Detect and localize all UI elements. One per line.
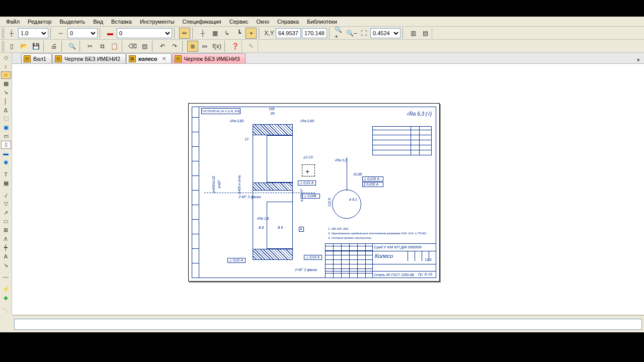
hatch-icon[interactable]: ▦ [1, 80, 11, 87]
detail-circle [332, 190, 361, 219]
localcs-icon[interactable]: ↳ [221, 28, 232, 39]
chamfer-note: 2·45° 2 фаски [238, 195, 261, 199]
insert-icon[interactable]: ◉ [1, 158, 11, 166]
menu-window[interactable]: Окно [252, 18, 273, 26]
arrow-icon[interactable]: ↘ [1, 261, 11, 269]
menu-editor[interactable]: Редактор [24, 18, 55, 26]
gost-label: ГОСТ9150-81 (H 1:1) Б_Р(Б) [201, 108, 240, 114]
command-bar [12, 315, 644, 332]
menu-spec[interactable]: Спецификация [179, 18, 225, 26]
open-button[interactable]: 📂 [18, 41, 29, 52]
tab-val1[interactable]: ▤Вал1 [21, 53, 52, 63]
redo-button[interactable]: ↷ [169, 41, 180, 52]
drawing-canvas[interactable]: ГОСТ9150-81 (H 1:1) Б_Р(Б) √Ra 6,3 (√) 1… [12, 64, 644, 314]
weld-icon[interactable]: ⩚ [1, 235, 11, 243]
tabs-dropdown-icon[interactable]: ▾ [635, 57, 642, 63]
close-icon[interactable]: ✕ [162, 56, 166, 61]
dim-12: 12 [245, 137, 249, 141]
dimensions-icon[interactable]: ↕ [1, 62, 11, 70]
geometry-icon[interactable]: ◇ [1, 54, 11, 61]
centerline-icon[interactable]: ┿ [1, 244, 11, 251]
paste-button[interactable]: 📋 [109, 41, 120, 52]
grid-icon[interactable]: ▦ [209, 28, 220, 39]
copy-button[interactable]: ⧉ [97, 41, 108, 52]
vertical-toolbar: ◇ ↕ ≋ ▦ ↘ │ Δ ⬚ ▣ ▭ ▯ ▬ ◉ T ▦ √ ▽ ↗ ⬭ ⊞ … [0, 53, 12, 314]
ortho-icon[interactable]: ┼ [197, 28, 208, 39]
tol-0008: ⊥ 0,008 [303, 194, 316, 198]
preview-button[interactable]: 🔍 [66, 41, 77, 52]
menu-insert[interactable]: Вставка [107, 18, 136, 26]
datum-icon[interactable]: ▽ [1, 200, 11, 208]
param-icon[interactable]: │ [1, 98, 11, 105]
measure-icon[interactable]: Δ [1, 106, 11, 114]
hatch-top [253, 124, 293, 135]
tab-koleso[interactable]: ▤колесо✕ [126, 53, 171, 63]
coord-x-field[interactable] [276, 28, 301, 38]
current-style-icon[interactable]: ↔ [55, 28, 66, 39]
tab-unnamed2[interactable]: ▤Чертеж БЕЗ ИМЕНИ2 [52, 53, 126, 63]
table-icon[interactable]: ▦ [1, 179, 11, 187]
edit-icon[interactable]: ↘ [1, 88, 11, 96]
leader-icon[interactable]: ↗ [1, 209, 11, 217]
section-icon[interactable]: Α [1, 252, 11, 260]
text-icon[interactable]: T [1, 170, 11, 178]
menu-service[interactable]: Сервис [225, 18, 253, 26]
toolbar-grip[interactable] [2, 28, 5, 39]
tab-unnamed3[interactable]: ▤Чертеж БЕЗ ИМЕНИ3 [172, 53, 246, 63]
layers-button[interactable]: ≣ [187, 41, 198, 52]
select-icon[interactable]: ⬚ [1, 115, 11, 122]
roughness-icon[interactable]: √ [1, 192, 11, 199]
autoaxis-icon[interactable]: ⚡ [1, 286, 11, 293]
layer-icon[interactable]: ▬ [105, 28, 116, 39]
context-help-button[interactable]: ❓ [229, 41, 240, 52]
menu-help[interactable]: Справка [273, 18, 303, 26]
step-icon[interactable]: ┼ [6, 28, 17, 39]
views-icon[interactable]: ▬ [1, 150, 11, 157]
menu-file[interactable]: Файл [2, 18, 24, 26]
reports-icon[interactable]: ▭ [1, 132, 11, 140]
zoom-in-icon[interactable]: 🔍+ [334, 28, 345, 39]
fx-button[interactable]: f(x) [211, 41, 222, 52]
annotations-icon[interactable]: ≋ [1, 71, 11, 79]
linestyle-select[interactable]: 0 [67, 28, 98, 38]
step-select[interactable]: 1.0 [18, 28, 48, 38]
menu-libraries[interactable]: Библиотеки [303, 18, 341, 26]
titleblock-partname: Колесо [375, 253, 393, 259]
tol-bottom-001: ⊥ 0,01 А [229, 258, 243, 262]
dim-80: 80 [271, 112, 275, 115]
zoom-all-icon[interactable]: ⛶ [358, 28, 369, 39]
layer-select[interactable]: 0 [117, 28, 172, 38]
zoom-select[interactable]: 0.4524 [370, 28, 400, 38]
new-button[interactable]: ▯ [6, 41, 17, 52]
spec-icon[interactable]: ▣ [1, 124, 11, 131]
balloon-icon[interactable]: ⬭ [1, 218, 11, 225]
variables-button[interactable]: ≔ [199, 41, 210, 52]
more-icon[interactable]: ⋱ [1, 307, 11, 314]
sheet-icon[interactable]: ▯ [1, 141, 11, 148]
window-cascade-icon[interactable]: ▤ [420, 28, 431, 39]
zoom-window-icon[interactable]: 🔍– [346, 28, 357, 39]
drawing-doc-icon: ▤ [175, 55, 182, 62]
menu-select[interactable]: Выделить [55, 18, 89, 26]
round-icon[interactable]: ┗ [233, 28, 245, 39]
command-input[interactable] [14, 319, 642, 330]
cut-button[interactable]: ✂ [85, 41, 96, 52]
coord-y-field[interactable] [302, 28, 327, 38]
properties-button[interactable]: ▤ [139, 41, 150, 52]
toolbar-grip-2[interactable] [2, 41, 5, 52]
tab-label: Чертеж БЕЗ ИМЕНИ3 [184, 56, 240, 62]
tolerance-icon[interactable]: ⊞ [1, 226, 11, 234]
taper-110: ∠1:10 [303, 155, 313, 159]
centermark-icon[interactable]: ✚ [1, 295, 11, 302]
menu-bar: Файл Редактор Выделить Вид Вставка Инстр… [0, 17, 644, 27]
erase-button[interactable]: ⌫ [127, 41, 138, 52]
print-button[interactable]: 🖨 [48, 41, 59, 52]
eraser-button[interactable]: ✏ [179, 28, 190, 39]
window-tile-icon[interactable]: ▥ [408, 28, 419, 39]
menu-view[interactable]: Вид [89, 18, 107, 26]
wave-icon[interactable]: 〰 [1, 274, 11, 281]
save-button[interactable]: 💾 [30, 41, 41, 52]
menu-tools[interactable]: Инструменты [136, 18, 179, 26]
undo-button[interactable]: ↶ [157, 41, 168, 52]
snap-icon[interactable]: ⌖ [246, 28, 257, 39]
